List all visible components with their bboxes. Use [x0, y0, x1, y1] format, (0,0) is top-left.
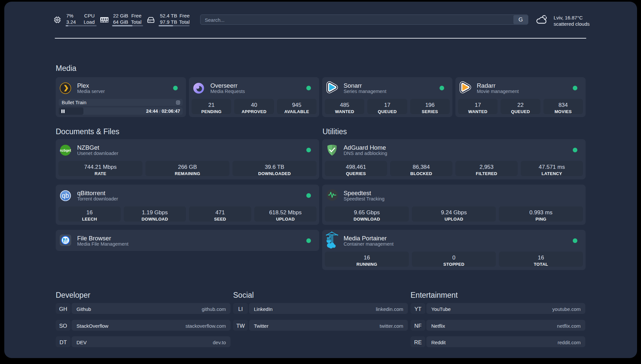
- svg-text:nzbget: nzbget: [60, 148, 71, 152]
- svg-text:qb: qb: [62, 192, 69, 199]
